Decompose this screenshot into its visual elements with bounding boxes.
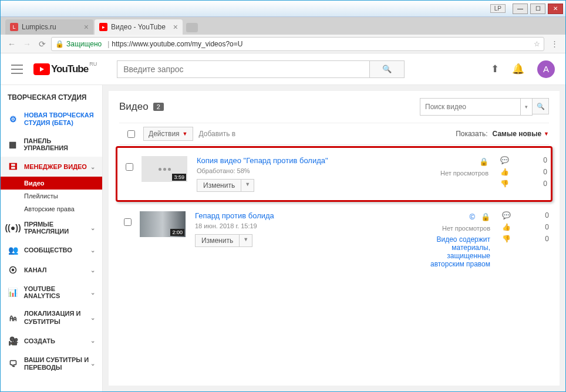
close-icon[interactable]: × [84,22,89,32]
page-title: Видео [119,101,149,113]
new-tab-button[interactable] [186,23,198,32]
sidebar-item-your-cc[interactable]: 🗨 ВАШИ СУБТИТРЫ И ПЕРЕВОДЫ ⌄ [1,351,102,377]
sidebar: ТВОРЧЕСКАЯ СТУДИЯ ⚙ НОВАЯ ТВОРЧЕСКАЯ СТУ… [1,85,103,391]
search-filter-dropdown[interactable]: ▾ [520,99,532,115]
sidebar-item-channel[interactable]: ⦿ КАНАЛ ⌄ [1,260,102,280]
video-title-link[interactable]: Копия видео "Гепард против болида" [197,156,424,165]
live-icon: ((●)) [8,223,18,232]
dislike-count: 0 [545,235,549,243]
sidebar-item-localization[interactable]: 🗛 ЛОКАЛИЗАЦИЯ И СУБТИТРЫ ⌄ [1,305,102,330]
duration-badge: 3:59 [172,174,186,181]
reload-button[interactable]: ⟳ [36,38,49,50]
lp-badge: LP [490,4,506,13]
back-button[interactable]: ← [5,38,18,50]
dislike-icon: 👎 [500,180,510,188]
show-label: Показать: [456,130,487,138]
video-manager-icon: 🎞 [8,162,18,171]
lock-icon: 🔒 [55,40,64,48]
secure-badge: 🔒 Защищено [55,40,102,48]
youtube-header: YouTube RU 🔍 ⬆ 🔔 А [1,53,565,85]
comment-icon: 💬 [500,156,510,164]
video-row: 2:00 Гепард против болида 18 июн. 2018 г… [119,203,549,276]
browser-tab-lumpics[interactable]: L Lumpics.ru × [5,19,93,35]
sidebar-item-dashboard[interactable]: ▦ ПАНЕЛЬ УПРАВЛЕНИЯ [1,132,102,157]
copyright-warning-link[interactable]: Видео содержит материалы, защищенные авт… [426,235,490,268]
video-thumbnail[interactable]: 3:59 [142,156,187,182]
video-search-input[interactable] [420,99,520,115]
add-to-button[interactable]: Добавить в [199,130,236,138]
like-icon: 👍 [502,223,511,231]
processing-icon [159,168,171,171]
search-icon: 🔍 [382,65,392,73]
browser-tab-youtube[interactable]: ▸ Видео - YouTube × [95,19,183,35]
window-close-button[interactable]: ✕ [548,4,563,14]
comment-count: 0 [543,156,547,164]
avatar[interactable]: А [537,60,555,78]
favicon-youtube: ▸ [99,23,107,31]
like-icon: 👍 [500,168,510,176]
edit-dropdown[interactable]: ▼ [240,234,252,247]
dislike-icon: 👎 [502,235,511,243]
sidebar-item-live[interactable]: ((●)) ПРЯМЫЕ ТРАНСЛЯЦИИ ⌄ [1,215,102,240]
menu-button[interactable] [11,65,23,74]
chevron-down-icon: ⌄ [90,337,95,344]
video-subtitle: Обработано: 58% [197,167,424,174]
chevron-down-icon: ⌄ [90,247,95,254]
browser-menu-button[interactable]: ⋮ [548,38,561,50]
url-input[interactable]: 🔒 Защищено | https://www.youtube.com/my_… [51,37,544,51]
sidebar-sub-video[interactable]: Видео [1,177,102,190]
tab-title: Видео - YouTube [111,23,166,31]
window-maximize-button[interactable]: ☐ [530,4,545,14]
edit-dropdown[interactable]: ▼ [241,179,254,192]
translate-icon: 🗛 [8,313,18,323]
sidebar-item-create[interactable]: 🎥 СОЗДАТЬ ⌄ [1,331,102,351]
copyright-icon: © [469,212,475,221]
sort-dropdown[interactable]: Самые новые ▼ [493,130,549,138]
video-thumbnail[interactable]: 2:00 [140,211,186,237]
chevron-down-icon: ⌄ [90,164,95,170]
youtube-logo[interactable]: YouTube RU [33,63,97,75]
video-subtitle: 18 июн. 2018 г. 15:19 [195,222,426,229]
lock-icon: 🔒 [481,212,490,221]
window-minimize-button[interactable]: — [513,4,528,14]
gear-icon: ⚙ [8,114,18,124]
edit-button[interactable]: Изменить [195,234,240,247]
play-icon [33,63,50,75]
close-icon[interactable]: × [173,22,178,32]
comment-count: 0 [545,211,549,219]
upload-icon[interactable]: ⬆ [491,63,499,75]
like-count: 0 [545,223,549,231]
video-checkbox[interactable] [126,163,133,171]
sidebar-item-community[interactable]: 👥 СООБЩЕСТВО ⌄ [1,240,102,260]
tab-title: Lumpics.ru [22,23,56,31]
search-input[interactable] [117,60,369,78]
chevron-down-icon: ⌄ [90,267,95,273]
video-checkbox[interactable] [124,218,132,226]
star-icon[interactable]: ☆ [534,40,540,48]
video-row: 3:59 Копия видео "Гепард против болида" … [116,146,552,202]
lock-icon: 🔒 [479,157,488,166]
dislike-count: 0 [543,180,547,188]
window-titlebar: LP — ☐ ✕ [1,1,565,17]
edit-button[interactable]: Изменить [197,179,241,192]
actions-dropdown[interactable]: Действия ▼ [143,127,193,141]
sidebar-sub-copyright[interactable]: Авторские права [1,202,102,215]
create-icon: 🎥 [8,336,18,346]
sidebar-title: ТВОРЧЕСКАЯ СТУДИЯ [1,85,102,106]
video-title-link[interactable]: Гепард против болида [195,211,426,220]
notifications-icon[interactable]: 🔔 [512,63,524,75]
select-all-checkbox[interactable] [127,130,135,138]
main-content: Видео 2 ▾ 🔍 Действи [109,91,560,386]
search-button[interactable]: 🔍 [369,60,405,78]
forward-button[interactable]: → [21,38,33,50]
video-search-button[interactable]: 🔍 [533,98,549,114]
analytics-icon: 📊 [8,288,18,297]
comment-icon: 💬 [502,211,511,219]
sidebar-sub-playlists[interactable]: Плейлисты [1,190,102,202]
duration-badge: 2:00 [170,229,184,236]
chevron-down-icon: ⌄ [90,289,95,296]
views-label: Нет просмотров [426,225,490,232]
sidebar-item-analytics[interactable]: 📊 YOUTUBE ANALYTICS ⌄ [1,280,102,305]
sidebar-item-video-manager[interactable]: 🎞 МЕНЕДЖЕР ВИДЕО ⌄ [1,157,102,177]
sidebar-item-new-studio[interactable]: ⚙ НОВАЯ ТВОРЧЕСКАЯ СТУДИЯ (БЕТА) [1,106,102,132]
